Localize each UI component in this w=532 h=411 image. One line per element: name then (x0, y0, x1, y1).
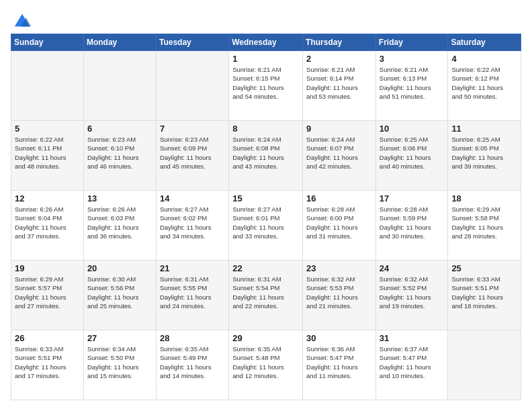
day-info: Sunrise: 6:36 AM Sunset: 5:47 PM Dayligh… (306, 345, 372, 380)
day-info: Sunrise: 6:23 AM Sunset: 6:09 PM Dayligh… (160, 135, 225, 171)
day-number: 2 (306, 54, 372, 64)
day-info: Sunrise: 6:28 AM Sunset: 6:00 PM Dayligh… (306, 205, 372, 240)
day-info: Sunrise: 6:29 AM Sunset: 5:57 PM Dayligh… (15, 275, 80, 310)
day-number: 11 (451, 124, 517, 134)
day-cell: 24Sunrise: 6:32 AM Sunset: 5:52 PM Dayli… (375, 261, 448, 330)
logo-icon (12, 11, 32, 30)
day-info: Sunrise: 6:34 AM Sunset: 5:50 PM Dayligh… (87, 345, 152, 380)
day-cell: 30Sunrise: 6:36 AM Sunset: 5:47 PM Dayli… (303, 330, 376, 400)
day-number: 14 (160, 193, 225, 203)
day-info: Sunrise: 6:37 AM Sunset: 5:47 PM Dayligh… (380, 345, 445, 380)
day-cell: 1Sunrise: 6:21 AM Sunset: 6:15 PM Daylig… (229, 51, 303, 121)
day-info: Sunrise: 6:35 AM Sunset: 5:48 PM Dayligh… (232, 345, 299, 380)
day-cell: 12Sunrise: 6:26 AM Sunset: 6:04 PM Dayli… (11, 191, 84, 261)
day-number: 6 (87, 124, 152, 134)
day-number: 10 (380, 124, 445, 134)
day-info: Sunrise: 6:26 AM Sunset: 6:03 PM Dayligh… (87, 205, 152, 240)
day-number: 18 (451, 193, 517, 203)
day-cell: 15Sunrise: 6:27 AM Sunset: 6:01 PM Dayli… (229, 191, 303, 261)
day-number: 29 (232, 333, 299, 343)
day-number: 5 (15, 124, 80, 134)
day-number: 17 (380, 193, 445, 203)
day-header-wednesday: Wednesday (229, 34, 303, 51)
day-cell: 27Sunrise: 6:34 AM Sunset: 5:50 PM Dayli… (83, 330, 156, 400)
day-info: Sunrise: 6:29 AM Sunset: 5:58 PM Dayligh… (451, 205, 517, 240)
calendar-header-row: SundayMondayTuesdayWednesdayThursdayFrid… (11, 34, 521, 51)
day-number: 21 (160, 263, 225, 273)
day-cell: 14Sunrise: 6:27 AM Sunset: 6:02 PM Dayli… (156, 191, 228, 261)
day-number: 4 (451, 54, 517, 64)
day-cell: 31Sunrise: 6:37 AM Sunset: 5:47 PM Dayli… (375, 330, 448, 400)
day-cell: 10Sunrise: 6:25 AM Sunset: 6:06 PM Dayli… (375, 121, 448, 191)
day-cell (11, 51, 84, 121)
day-info: Sunrise: 6:28 AM Sunset: 5:59 PM Dayligh… (380, 205, 445, 240)
day-cell: 23Sunrise: 6:32 AM Sunset: 5:53 PM Dayli… (303, 261, 376, 330)
day-number: 31 (380, 333, 445, 343)
week-row-4: 26Sunrise: 6:33 AM Sunset: 5:51 PM Dayli… (11, 330, 521, 400)
logo (11, 11, 32, 27)
day-cell: 18Sunrise: 6:29 AM Sunset: 5:58 PM Dayli… (448, 191, 521, 261)
day-info: Sunrise: 6:21 AM Sunset: 6:13 PM Dayligh… (380, 65, 445, 101)
day-number: 13 (87, 193, 152, 203)
day-cell: 7Sunrise: 6:23 AM Sunset: 6:09 PM Daylig… (156, 121, 228, 191)
day-cell: 16Sunrise: 6:28 AM Sunset: 6:00 PM Dayli… (303, 191, 376, 261)
day-info: Sunrise: 6:24 AM Sunset: 6:08 PM Dayligh… (232, 135, 299, 171)
day-cell: 6Sunrise: 6:23 AM Sunset: 6:10 PM Daylig… (83, 121, 156, 191)
day-cell (448, 330, 521, 400)
day-cell: 25Sunrise: 6:33 AM Sunset: 5:51 PM Dayli… (448, 261, 521, 330)
day-info: Sunrise: 6:25 AM Sunset: 6:05 PM Dayligh… (451, 135, 517, 171)
day-number: 3 (380, 54, 445, 64)
day-cell: 13Sunrise: 6:26 AM Sunset: 6:03 PM Dayli… (83, 191, 156, 261)
day-cell: 5Sunrise: 6:22 AM Sunset: 6:11 PM Daylig… (11, 121, 84, 191)
day-info: Sunrise: 6:26 AM Sunset: 6:04 PM Dayligh… (15, 205, 80, 240)
day-number: 20 (87, 263, 152, 273)
day-cell: 26Sunrise: 6:33 AM Sunset: 5:51 PM Dayli… (11, 330, 84, 400)
day-header-thursday: Thursday (303, 34, 376, 51)
day-info: Sunrise: 6:35 AM Sunset: 5:49 PM Dayligh… (160, 345, 225, 380)
day-cell: 4Sunrise: 6:22 AM Sunset: 6:12 PM Daylig… (448, 51, 521, 121)
day-info: Sunrise: 6:31 AM Sunset: 5:54 PM Dayligh… (232, 275, 299, 310)
day-cell: 3Sunrise: 6:21 AM Sunset: 6:13 PM Daylig… (375, 51, 448, 121)
day-info: Sunrise: 6:25 AM Sunset: 6:06 PM Dayligh… (380, 135, 445, 171)
day-number: 8 (232, 124, 299, 134)
day-number: 28 (160, 333, 225, 343)
day-info: Sunrise: 6:21 AM Sunset: 6:14 PM Dayligh… (306, 65, 372, 101)
day-cell: 29Sunrise: 6:35 AM Sunset: 5:48 PM Dayli… (229, 330, 303, 400)
day-info: Sunrise: 6:31 AM Sunset: 5:55 PM Dayligh… (160, 275, 225, 310)
calendar-table: SundayMondayTuesdayWednesdayThursdayFrid… (11, 34, 521, 400)
day-number: 23 (306, 263, 372, 273)
day-header-monday: Monday (83, 34, 156, 51)
day-header-tuesday: Tuesday (156, 34, 228, 51)
day-number: 19 (15, 263, 80, 273)
day-cell: 22Sunrise: 6:31 AM Sunset: 5:54 PM Dayli… (229, 261, 303, 330)
day-cell: 19Sunrise: 6:29 AM Sunset: 5:57 PM Dayli… (11, 261, 84, 330)
day-number: 27 (87, 333, 152, 343)
day-info: Sunrise: 6:32 AM Sunset: 5:53 PM Dayligh… (306, 275, 372, 310)
week-row-1: 5Sunrise: 6:22 AM Sunset: 6:11 PM Daylig… (11, 121, 521, 191)
day-number: 1 (232, 54, 299, 64)
day-number: 24 (380, 263, 445, 273)
day-number: 15 (232, 193, 299, 203)
day-cell (156, 51, 228, 121)
day-cell (83, 51, 156, 121)
page-header (11, 11, 521, 27)
day-cell: 17Sunrise: 6:28 AM Sunset: 5:59 PM Dayli… (375, 191, 448, 261)
day-info: Sunrise: 6:23 AM Sunset: 6:10 PM Dayligh… (87, 135, 152, 171)
day-cell: 9Sunrise: 6:24 AM Sunset: 6:07 PM Daylig… (303, 121, 376, 191)
day-number: 25 (451, 263, 517, 273)
day-number: 30 (306, 333, 372, 343)
day-number: 16 (306, 193, 372, 203)
day-cell: 21Sunrise: 6:31 AM Sunset: 5:55 PM Dayli… (156, 261, 228, 330)
day-number: 22 (232, 263, 299, 273)
day-info: Sunrise: 6:30 AM Sunset: 5:56 PM Dayligh… (87, 275, 152, 310)
week-row-2: 12Sunrise: 6:26 AM Sunset: 6:04 PM Dayli… (11, 191, 521, 261)
day-info: Sunrise: 6:27 AM Sunset: 6:01 PM Dayligh… (232, 205, 299, 240)
day-number: 12 (15, 193, 80, 203)
day-cell: 8Sunrise: 6:24 AM Sunset: 6:08 PM Daylig… (229, 121, 303, 191)
day-info: Sunrise: 6:33 AM Sunset: 5:51 PM Dayligh… (15, 345, 80, 380)
day-number: 9 (306, 124, 372, 134)
day-info: Sunrise: 6:22 AM Sunset: 6:12 PM Dayligh… (451, 65, 517, 101)
day-info: Sunrise: 6:21 AM Sunset: 6:15 PM Dayligh… (232, 65, 299, 101)
day-cell: 28Sunrise: 6:35 AM Sunset: 5:49 PM Dayli… (156, 330, 228, 400)
day-info: Sunrise: 6:33 AM Sunset: 5:51 PM Dayligh… (451, 275, 517, 310)
